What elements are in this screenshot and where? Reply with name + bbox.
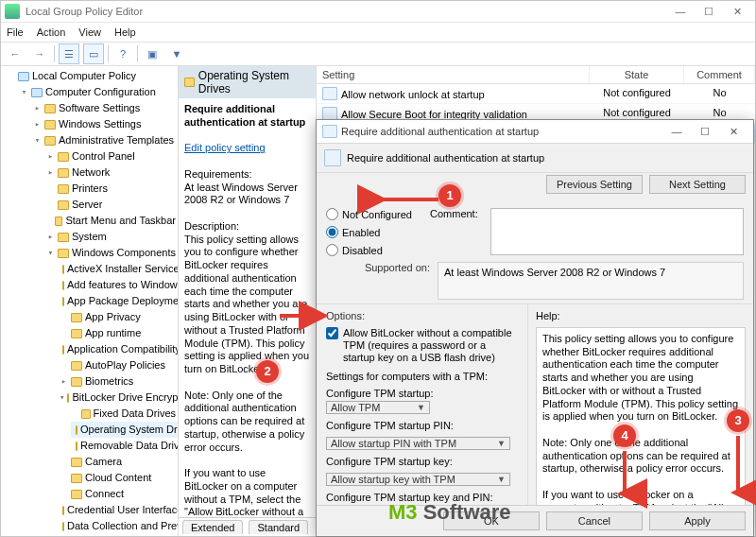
list-row[interactable]: Allow network unlock at startupNot confi… bbox=[317, 84, 755, 104]
dialog-icon bbox=[322, 125, 337, 138]
description-label: Description: bbox=[184, 220, 239, 232]
detail-view-icon[interactable]: ▭ bbox=[83, 43, 104, 64]
dropdown-tpm-pin[interactable]: Allow startup PIN with TPM▼ bbox=[326, 437, 510, 450]
tree-root[interactable]: Local Computer Policy bbox=[5, 68, 178, 84]
radio-disabled[interactable]: Disabled bbox=[326, 244, 430, 256]
maximize-icon[interactable]: ☐ bbox=[695, 3, 723, 20]
policy-icon bbox=[322, 87, 337, 100]
options-panel: Options: Allow BitLocker without a compa… bbox=[317, 304, 528, 505]
col-comment[interactable]: Comment bbox=[684, 66, 755, 83]
export-icon[interactable]: ▣ bbox=[142, 43, 163, 64]
dropdown-tpm-key[interactable]: Allow startup key with TPM▼ bbox=[326, 473, 510, 486]
tree-item[interactable]: ▸Biometrics bbox=[58, 373, 178, 390]
help-panel: Help: This policy setting allows you to … bbox=[528, 304, 753, 505]
tree-item[interactable]: Data Collection and Preview Builds bbox=[58, 518, 178, 534]
options-label: Options: bbox=[326, 310, 520, 321]
nav-tree[interactable]: Local Computer Policy ▾Computer Configur… bbox=[1, 66, 179, 536]
tree-item[interactable]: Delivery Optimization bbox=[58, 534, 178, 536]
col-state[interactable]: State bbox=[590, 66, 684, 83]
tree-computer-configuration[interactable]: ▾Computer Configuration bbox=[18, 84, 178, 100]
tab-standard[interactable]: Standard bbox=[249, 520, 308, 534]
menu-view[interactable]: View bbox=[78, 26, 101, 38]
tree-removable-drives[interactable]: Removable Data Drives bbox=[71, 438, 178, 454]
chevron-down-icon: ▼ bbox=[417, 403, 425, 412]
cfg-tpm-startup-label: Configure TPM startup: bbox=[326, 388, 520, 399]
dialog-sub: Require additional authentication at sta… bbox=[317, 144, 753, 173]
app-icon bbox=[5, 4, 20, 19]
tree-server[interactable]: Server bbox=[44, 197, 178, 213]
titlebar: Local Group Policy Editor — ☐ ✕ bbox=[1, 1, 755, 23]
col-setting[interactable]: Setting bbox=[317, 66, 590, 83]
menu-help[interactable]: Help bbox=[114, 26, 136, 38]
edit-policy-link[interactable]: Edit policy setting bbox=[184, 142, 266, 153]
note-text: Note: Only one of the additional authent… bbox=[184, 390, 304, 453]
forward-icon[interactable]: → bbox=[29, 43, 50, 64]
dialog-minimize-icon[interactable]: — bbox=[662, 123, 691, 140]
tree-item[interactable]: ActiveX Installer Service bbox=[58, 261, 178, 277]
list-header: Setting State Comment bbox=[317, 66, 755, 84]
menu-file[interactable]: File bbox=[7, 26, 24, 38]
previous-setting-button[interactable]: Previous Setting bbox=[546, 175, 643, 194]
comment-input[interactable] bbox=[490, 208, 744, 255]
window-title: Local Group Policy Editor bbox=[26, 6, 666, 17]
cfg-tpm-pin-label: Configure TPM startup PIN: bbox=[326, 420, 520, 431]
policy-icon bbox=[324, 149, 341, 166]
marker-4: 4 bbox=[613, 424, 636, 447]
pane-tabs: Extended Standard bbox=[179, 517, 316, 536]
tree-item[interactable]: Connect bbox=[58, 486, 178, 502]
menu-action[interactable]: Action bbox=[37, 26, 66, 38]
next-setting-button[interactable]: Next Setting bbox=[649, 175, 746, 194]
tree-windows-settings[interactable]: ▸Windows Settings bbox=[31, 116, 178, 132]
tree-item[interactable]: Credential User Interface bbox=[58, 502, 178, 518]
toolbar: ← → ☰ ▭ ? ▣ ▼ bbox=[1, 43, 755, 66]
minimize-icon[interactable]: — bbox=[666, 3, 695, 20]
close-icon[interactable]: ✕ bbox=[723, 3, 751, 20]
marker-3: 3 bbox=[727, 409, 749, 432]
cancel-button[interactable]: Cancel bbox=[546, 511, 643, 530]
tree-software-settings[interactable]: ▸Software Settings bbox=[31, 100, 178, 116]
tree-network[interactable]: ▸Network bbox=[44, 165, 178, 181]
tree-fixed-drives[interactable]: Fixed Data Drives bbox=[71, 406, 178, 422]
gpedit-window: Local Group Policy Editor — ☐ ✕ File Act… bbox=[0, 0, 756, 537]
supported-label: Supported on: bbox=[326, 262, 438, 273]
tree-startmenu[interactable]: Start Menu and Taskbar bbox=[44, 213, 178, 229]
dialog-title: Require additional authentication at sta… bbox=[341, 126, 662, 137]
tree-item[interactable]: Add features to Windows 10 bbox=[58, 277, 178, 293]
chevron-down-icon: ▼ bbox=[497, 475, 506, 484]
dropdown-tpm-startup[interactable]: Allow TPM▼ bbox=[326, 401, 430, 414]
apply-button[interactable]: Apply bbox=[649, 511, 746, 530]
tree-item[interactable]: AutoPlay Policies bbox=[58, 357, 178, 373]
comment-label: Comment: bbox=[430, 208, 485, 255]
filter-icon[interactable]: ▼ bbox=[166, 43, 187, 64]
tree-control-panel[interactable]: ▸Control Panel bbox=[44, 148, 178, 165]
radio-not-configured[interactable]: Not Configured bbox=[326, 208, 430, 220]
policy-title: Require additional authentication at sta… bbox=[184, 103, 305, 128]
marker-2: 2 bbox=[256, 360, 279, 383]
dialog-close-icon[interactable]: ✕ bbox=[719, 123, 747, 140]
requirements-text: At least Windows Server 2008 R2 or Windo… bbox=[184, 182, 298, 206]
help-icon[interactable]: ? bbox=[112, 43, 133, 64]
policy-dialog: Require additional authentication at sta… bbox=[316, 119, 754, 537]
tree-item[interactable]: App runtime bbox=[58, 325, 178, 341]
tree-system[interactable]: ▸System bbox=[44, 229, 178, 245]
tree-item[interactable]: App Privacy bbox=[58, 309, 178, 325]
tree-item[interactable]: App Package Deployment bbox=[58, 293, 178, 309]
back-icon[interactable]: ← bbox=[5, 43, 26, 64]
checkbox-allow-without-tpm[interactable]: Allow BitLocker without a compatible TPM… bbox=[326, 327, 520, 365]
ok-button[interactable]: OK bbox=[443, 511, 540, 530]
tree-item[interactable]: Cloud Content bbox=[58, 470, 178, 486]
dialog-titlebar: Require additional authentication at sta… bbox=[317, 120, 753, 144]
radio-enabled[interactable]: Enabled bbox=[326, 226, 430, 238]
tree-item[interactable]: Application Compatibility bbox=[58, 341, 178, 357]
tree-bitlocker[interactable]: ▾BitLocker Drive Encryption bbox=[58, 390, 178, 406]
list-view-icon[interactable]: ☰ bbox=[59, 43, 79, 64]
tree-item[interactable]: Camera bbox=[58, 454, 178, 470]
tab-extended[interactable]: Extended bbox=[182, 520, 243, 534]
tree-windows-components[interactable]: ▾Windows Components bbox=[44, 245, 178, 261]
cfg-tpm-key-label: Configure TPM startup key: bbox=[326, 456, 520, 467]
tree-printers[interactable]: Printers bbox=[44, 181, 178, 197]
marker-1: 1 bbox=[438, 184, 461, 207]
dialog-maximize-icon[interactable]: ☐ bbox=[691, 123, 719, 140]
tree-admin-templates[interactable]: ▾Administrative Templates bbox=[31, 132, 178, 148]
tree-os-drives[interactable]: Operating System Drives bbox=[71, 422, 178, 438]
